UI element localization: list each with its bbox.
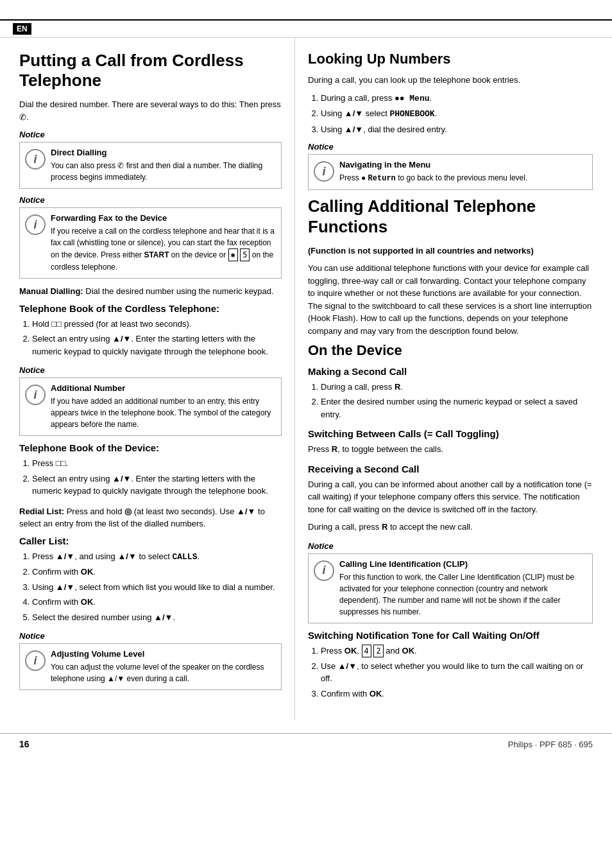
- brand-name: Philips · PPF 685 · 695: [508, 740, 593, 749]
- notice-content-6: Calling Line Identification (CLIP) For t…: [339, 559, 587, 618]
- calling-additional-title: Calling Additional Telephone Functions: [308, 196, 593, 236]
- notice-label-6: Notice: [308, 541, 593, 551]
- notice-navigating: Notice i Navigating in the Menu Press ● …: [308, 142, 593, 190]
- notice-text-2: If you receive a call on the cordless te…: [51, 225, 276, 273]
- notice-content-5: Navigating in the Menu Press ● Return to…: [339, 160, 527, 184]
- looking-up-intro: During a call, you can look up the telep…: [308, 74, 593, 87]
- list-item: Confirm with OK.: [32, 596, 282, 609]
- notice-title-5: Navigating in the Menu: [339, 160, 527, 169]
- notice-text-5: Press ● Return to go back to the previou…: [339, 172, 527, 184]
- key-4: 4: [362, 645, 371, 657]
- receiving-second-call-title: Receiving a Second Call: [308, 464, 593, 474]
- phone-book-cordless-steps: Hold □□ pressed (for at least two second…: [19, 318, 282, 358]
- manual-dialling-label: Manual Dialling:: [19, 286, 83, 296]
- notice-text-6: For this function to work, the Caller Li…: [339, 571, 587, 618]
- phonebook-text: PHONEBOOK: [389, 109, 434, 119]
- notice-icon-6: i: [314, 560, 334, 581]
- phone-icon-2: [117, 161, 124, 170]
- calling-additional-text: You can use additional telephone functio…: [308, 262, 593, 337]
- notice-title-6: Calling Line Identification (CLIP): [339, 559, 587, 569]
- key-2: 2: [373, 645, 383, 657]
- notice-title-2: Forwarding Fax to the Device: [51, 213, 276, 223]
- caller-list-steps: Press ▲/▼, and using ▲/▼ to select CALLS…: [19, 550, 282, 624]
- page-number: 16: [19, 739, 30, 749]
- list-item: Using ▲/▼, select from which list you wo…: [32, 581, 282, 594]
- left-column: Putting a Call from Cordless Telephone D…: [0, 38, 295, 720]
- left-title: Putting a Call from Cordless Telephone: [19, 51, 282, 91]
- phone-book-device-steps: Press □□. Select an entry using ▲/▼. Ent…: [19, 457, 282, 498]
- list-item: Press ▲/▼, and using ▲/▼ to select CALLS…: [32, 550, 282, 564]
- notice-box-4: i Adjusting Volume Level You can adjust …: [19, 643, 282, 690]
- notice-box-3: i Additional Number If you have added an…: [19, 378, 282, 436]
- receiving-second-call-text2: During a call, press R to accept the new…: [308, 521, 593, 534]
- redial-label: Redial List:: [19, 507, 64, 516]
- notice-box-5: i Navigating in the Menu Press ● Return …: [308, 154, 593, 190]
- phone-book-device-title: Telephone Book of the Device:: [19, 442, 282, 453]
- notice-content-4: Adjusting Volume Level You can adjust th…: [51, 649, 276, 684]
- list-item: Use ▲/▼, to select whether you would lik…: [321, 660, 593, 685]
- phone-book-cordless-title: Telephone Book of the Cordless Telephone…: [19, 303, 282, 314]
- list-item: Select the desired number using ▲/▼.: [32, 611, 282, 624]
- return-text: Return: [368, 174, 396, 183]
- page-footer: 16 Philips · PPF 685 · 695: [0, 733, 612, 754]
- notice-forwarding-fax: Notice i Forwarding Fax to the Device If…: [19, 195, 282, 279]
- manual-dialling-text: Manual Dialling: Dial the desired number…: [19, 285, 282, 298]
- on-device-title: On the Device: [308, 342, 593, 359]
- notice-icon-1: i: [25, 149, 46, 169]
- star-key: ✱: [228, 248, 238, 261]
- list-item: Enter the desired number using the numer…: [321, 395, 593, 421]
- list-item: Confirm with OK.: [321, 688, 593, 700]
- notice-text-1: You can also press first and then dial a…: [51, 160, 276, 183]
- calling-additional-subtitle: (Function is not supported in all countr…: [308, 245, 593, 257]
- receiving-second-call: Receiving a Second Call During a call, y…: [308, 464, 593, 534]
- five-key: 5: [240, 248, 250, 261]
- switching-between-calls-title: Switching Between Calls (= Call Toggling…: [308, 428, 593, 439]
- looking-up-title: Looking Up Numbers: [308, 51, 593, 67]
- caller-list-title: Caller List:: [19, 535, 282, 546]
- notice-icon-5: i: [314, 161, 334, 182]
- notice-box-2: i Forwarding Fax to the Device If you re…: [19, 207, 282, 279]
- language-badge: EN: [13, 23, 31, 35]
- language-bar: EN: [0, 19, 612, 38]
- notice-label-3: Notice: [19, 365, 282, 375]
- notice-content-2: Forwarding Fax to the Device If you rece…: [51, 213, 276, 273]
- switching-between-calls: Switching Between Calls (= Call Toggling…: [308, 428, 593, 456]
- list-item: Select an entry using ▲/▼. Enter the sta…: [32, 473, 282, 498]
- notice-title-4: Adjusting Volume Level: [51, 649, 276, 659]
- calls-text: CALLS: [172, 552, 197, 562]
- notice-content-1: Direct Dialling You can also press first…: [51, 148, 276, 183]
- receiving-second-call-text1: During a call, you can be informed about…: [308, 478, 593, 516]
- notice-label-4: Notice: [19, 631, 282, 641]
- notice-text-4: You can adjust the volume level of the s…: [51, 661, 276, 684]
- list-item: During a call, press R.: [321, 381, 593, 394]
- notice-title-3: Additional Number: [51, 383, 276, 393]
- list-item: Confirm with OK.: [32, 566, 282, 578]
- notice-label-2: Notice: [19, 195, 282, 205]
- list-item: During a call, press ●● Menu.: [321, 92, 593, 105]
- notice-label-5: Notice: [308, 142, 593, 152]
- left-intro: Dial the desired number. There are sever…: [19, 98, 282, 123]
- notice-additional-number: Notice i Additional Number If you have a…: [19, 365, 282, 436]
- redial-list-text: Redial List: Press and hold ◎ (at least …: [19, 505, 282, 530]
- right-column: Looking Up Numbers During a call, you ca…: [295, 38, 612, 720]
- notice-title-1: Direct Dialling: [51, 148, 276, 157]
- switching-notification-steps: Press OK, 4 2 and OK. Use ▲/▼, to select…: [308, 645, 593, 700]
- page: EN Putting a Call from Cordless Telephon…: [0, 0, 612, 868]
- notice-text-3: If you have added an additional number t…: [51, 395, 276, 430]
- notice-label-1: Notice: [19, 130, 282, 139]
- list-item: Press □□.: [32, 457, 282, 470]
- notice-content-3: Additional Number If you have added an a…: [51, 383, 276, 430]
- phone-book-cordless: Telephone Book of the Cordless Telephone…: [19, 303, 282, 358]
- main-columns: Putting a Call from Cordless Telephone D…: [0, 38, 612, 720]
- list-item: Press OK, 4 2 and OK.: [321, 645, 593, 657]
- menu-text: ●● Menu: [395, 94, 430, 103]
- list-item: Hold □□ pressed (for at least two second…: [32, 318, 282, 331]
- caller-list-section: Caller List: Press ▲/▼, and using ▲/▼ to…: [19, 535, 282, 624]
- making-second-call: Making a Second Call During a call, pres…: [308, 366, 593, 421]
- switching-notification-title: Switching Notification Tone for Call Wai…: [308, 630, 593, 641]
- making-second-call-steps: During a call, press R. Enter the desire…: [308, 381, 593, 421]
- notice-volume: Notice i Adjusting Volume Level You can …: [19, 631, 282, 690]
- notice-box-1: i Direct Dialling You can also press fir…: [19, 142, 282, 189]
- notice-box-6: i Calling Line Identification (CLIP) For…: [308, 553, 593, 623]
- notice-icon-2: i: [25, 214, 46, 235]
